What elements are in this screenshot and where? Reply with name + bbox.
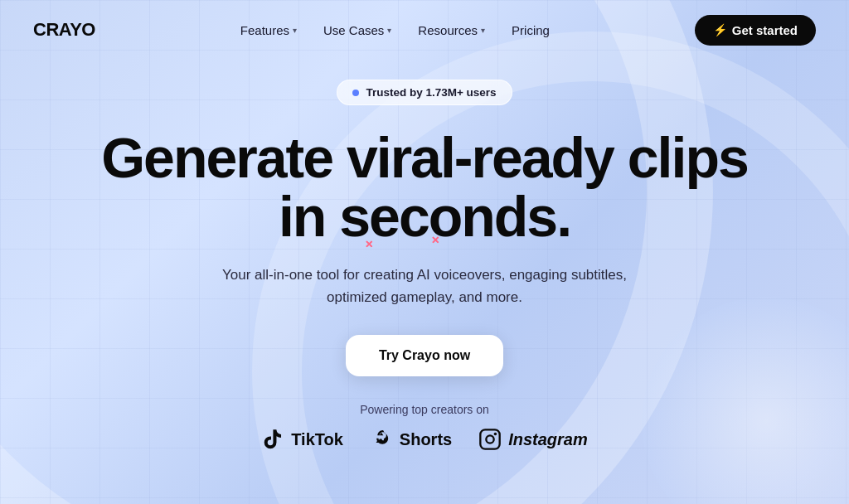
get-started-button[interactable]: ⚡ Get started: [695, 15, 816, 46]
trust-badge-text: Trusted by 1.73M+ users: [366, 86, 496, 99]
try-crayo-button[interactable]: Try Crayo now: [346, 335, 503, 376]
brand-logo: CRAYO: [33, 19, 95, 41]
platform-logos: TikTok Shorts Instagram: [261, 428, 588, 451]
bolt-icon: ⚡: [713, 23, 727, 36]
chevron-down-icon: ▾: [387, 26, 391, 35]
chevron-down-icon: ▾: [481, 26, 485, 35]
hero-section: Trusted by 1.73M+ users Generate viral-r…: [0, 60, 849, 451]
svg-rect-0: [481, 429, 500, 448]
nav-item-features[interactable]: Features ▾: [240, 23, 297, 37]
powering-label: Powering top creators on: [360, 403, 489, 416]
platform-tiktok: TikTok: [261, 428, 343, 451]
instagram-label: Instagram: [508, 430, 588, 449]
hero-title: Generate viral-ready clips in seconds.: [101, 128, 748, 247]
navbar: CRAYO Features ▾ Use Cases ▾ Resources ▾…: [0, 0, 849, 60]
svg-point-2: [494, 433, 497, 436]
platform-shorts: Shorts: [370, 428, 452, 451]
hero-subtitle: Your all-in-one tool for creating AI voi…: [209, 264, 640, 308]
nav-links: Features ▾ Use Cases ▾ Resources ▾ Prici…: [240, 23, 550, 37]
nav-item-usecases[interactable]: Use Cases ▾: [323, 23, 391, 37]
hero-title-line1: Generate viral-ready clips: [101, 126, 748, 189]
trust-dot: [352, 90, 359, 96]
svg-point-1: [487, 435, 494, 443]
shorts-icon: [370, 428, 393, 451]
nav-item-resources[interactable]: Resources ▾: [418, 23, 485, 37]
trust-badge: Trusted by 1.73M+ users: [337, 80, 512, 105]
hero-title-line2: in seconds.: [279, 185, 570, 248]
instagram-icon: [478, 428, 502, 451]
tiktok-icon: [261, 428, 284, 451]
nav-item-pricing[interactable]: Pricing: [512, 23, 550, 37]
tiktok-label: TikTok: [291, 430, 343, 449]
nav-label-usecases: Use Cases: [323, 23, 384, 37]
nav-label-pricing: Pricing: [512, 23, 550, 37]
nav-label-resources: Resources: [418, 23, 478, 37]
chevron-down-icon: ▾: [293, 26, 297, 35]
nav-label-features: Features: [240, 23, 289, 37]
get-started-label: Get started: [732, 23, 798, 37]
platform-instagram: Instagram: [478, 428, 588, 451]
shorts-label: Shorts: [400, 430, 452, 449]
